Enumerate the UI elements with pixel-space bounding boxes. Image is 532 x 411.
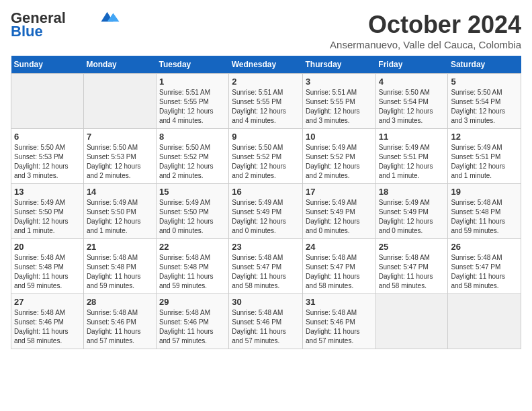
day-info: Sunrise: 5:48 AM Sunset: 5:47 PM Dayligh… [232, 253, 300, 291]
logo-blue: Blue [11, 24, 43, 39]
day-number: 23 [232, 242, 300, 252]
day-info: Sunrise: 5:49 AM Sunset: 5:50 PM Dayligh… [14, 198, 81, 236]
day-info: Sunrise: 5:51 AM Sunset: 5:55 PM Dayligh… [306, 88, 373, 126]
header-wednesday: Wednesday [229, 56, 303, 74]
calendar-cell: 6Sunrise: 5:50 AM Sunset: 5:53 PM Daylig… [11, 129, 84, 184]
calendar-cell: 29Sunrise: 5:48 AM Sunset: 5:46 PM Dayli… [156, 294, 228, 349]
calendar-cell: 22Sunrise: 5:48 AM Sunset: 5:48 PM Dayli… [156, 239, 228, 294]
day-info: Sunrise: 5:48 AM Sunset: 5:47 PM Dayligh… [379, 253, 445, 291]
week-row-4: 20Sunrise: 5:48 AM Sunset: 5:48 PM Dayli… [11, 239, 521, 294]
calendar-cell: 19Sunrise: 5:48 AM Sunset: 5:48 PM Dayli… [448, 184, 521, 239]
day-info: Sunrise: 5:49 AM Sunset: 5:49 PM Dayligh… [379, 198, 445, 236]
calendar-cell: 7Sunrise: 5:50 AM Sunset: 5:53 PM Daylig… [83, 129, 156, 184]
calendar-cell: 30Sunrise: 5:48 AM Sunset: 5:46 PM Dayli… [229, 294, 303, 349]
day-number: 31 [306, 297, 373, 307]
header-thursday: Thursday [303, 56, 376, 74]
calendar-cell: 5Sunrise: 5:50 AM Sunset: 5:54 PM Daylig… [448, 74, 521, 129]
day-number: 22 [159, 242, 226, 252]
day-number: 16 [232, 187, 300, 197]
week-row-5: 27Sunrise: 5:48 AM Sunset: 5:46 PM Dayli… [11, 294, 521, 349]
calendar-cell: 20Sunrise: 5:48 AM Sunset: 5:48 PM Dayli… [11, 239, 84, 294]
calendar-cell: 27Sunrise: 5:48 AM Sunset: 5:46 PM Dayli… [11, 294, 84, 349]
day-info: Sunrise: 5:51 AM Sunset: 5:55 PM Dayligh… [159, 88, 226, 126]
calendar-cell: 2Sunrise: 5:51 AM Sunset: 5:55 PM Daylig… [229, 74, 303, 129]
day-number: 25 [379, 242, 445, 252]
day-info: Sunrise: 5:49 AM Sunset: 5:50 PM Dayligh… [159, 198, 226, 236]
calendar-table: SundayMondayTuesdayWednesdayThursdayFrid… [11, 56, 521, 349]
day-info: Sunrise: 5:50 AM Sunset: 5:52 PM Dayligh… [232, 143, 300, 181]
calendar-cell: 17Sunrise: 5:49 AM Sunset: 5:49 PM Dayli… [303, 184, 376, 239]
day-number: 27 [14, 297, 81, 307]
header-friday: Friday [375, 56, 448, 74]
day-number: 2 [232, 77, 300, 87]
day-info: Sunrise: 5:51 AM Sunset: 5:55 PM Dayligh… [232, 88, 300, 126]
day-info: Sunrise: 5:48 AM Sunset: 5:48 PM Dayligh… [87, 253, 153, 291]
day-number: 15 [159, 187, 226, 197]
day-number: 3 [306, 77, 373, 87]
day-number: 8 [159, 132, 226, 142]
day-info: Sunrise: 5:48 AM Sunset: 5:46 PM Dayligh… [159, 308, 226, 346]
day-info: Sunrise: 5:48 AM Sunset: 5:48 PM Dayligh… [14, 253, 81, 291]
day-number: 9 [232, 132, 300, 142]
calendar-cell: 15Sunrise: 5:49 AM Sunset: 5:50 PM Dayli… [156, 184, 228, 239]
calendar-cell: 3Sunrise: 5:51 AM Sunset: 5:55 PM Daylig… [303, 74, 376, 129]
calendar-cell: 11Sunrise: 5:49 AM Sunset: 5:51 PM Dayli… [375, 129, 448, 184]
day-number: 26 [451, 242, 518, 252]
day-number: 30 [232, 297, 300, 307]
calendar-cell: 10Sunrise: 5:49 AM Sunset: 5:52 PM Dayli… [303, 129, 376, 184]
day-info: Sunrise: 5:50 AM Sunset: 5:52 PM Dayligh… [159, 143, 226, 181]
day-info: Sunrise: 5:49 AM Sunset: 5:52 PM Dayligh… [306, 143, 373, 181]
week-row-3: 13Sunrise: 5:49 AM Sunset: 5:50 PM Dayli… [11, 184, 521, 239]
calendar-cell: 14Sunrise: 5:49 AM Sunset: 5:50 PM Dayli… [83, 184, 156, 239]
day-info: Sunrise: 5:48 AM Sunset: 5:47 PM Dayligh… [451, 253, 518, 291]
logo-icon [101, 11, 120, 23]
calendar-cell [375, 294, 448, 349]
header-monday: Monday [83, 56, 156, 74]
calendar-cell: 25Sunrise: 5:48 AM Sunset: 5:47 PM Dayli… [375, 239, 448, 294]
calendar-cell: 13Sunrise: 5:49 AM Sunset: 5:50 PM Dayli… [11, 184, 84, 239]
calendar-cell: 23Sunrise: 5:48 AM Sunset: 5:47 PM Dayli… [229, 239, 303, 294]
calendar-cell: 18Sunrise: 5:49 AM Sunset: 5:49 PM Dayli… [375, 184, 448, 239]
month-title: October 2024 [330, 11, 521, 39]
calendar-cell: 28Sunrise: 5:48 AM Sunset: 5:46 PM Dayli… [83, 294, 156, 349]
day-info: Sunrise: 5:49 AM Sunset: 5:51 PM Dayligh… [451, 143, 518, 181]
day-number: 13 [14, 187, 81, 197]
day-number: 18 [379, 187, 445, 197]
calendar-cell [448, 294, 521, 349]
calendar-cell: 4Sunrise: 5:50 AM Sunset: 5:54 PM Daylig… [375, 74, 448, 129]
day-number: 29 [159, 297, 226, 307]
day-number: 17 [306, 187, 373, 197]
page-header: General Blue October 2024 Ansermanuevo, … [11, 11, 521, 50]
calendar-cell: 24Sunrise: 5:48 AM Sunset: 5:47 PM Dayli… [303, 239, 376, 294]
calendar-cell: 21Sunrise: 5:48 AM Sunset: 5:48 PM Dayli… [83, 239, 156, 294]
header-sunday: Sunday [11, 56, 84, 74]
day-number: 20 [14, 242, 81, 252]
day-number: 11 [379, 132, 445, 142]
day-number: 19 [451, 187, 518, 197]
calendar-header-row: SundayMondayTuesdayWednesdayThursdayFrid… [11, 56, 521, 74]
title-area: October 2024 Ansermanuevo, Valle del Cau… [330, 11, 521, 50]
location-title: Ansermanuevo, Valle del Cauca, Colombia [330, 39, 521, 50]
day-info: Sunrise: 5:48 AM Sunset: 5:47 PM Dayligh… [306, 253, 373, 291]
day-info: Sunrise: 5:49 AM Sunset: 5:49 PM Dayligh… [232, 198, 300, 236]
day-info: Sunrise: 5:48 AM Sunset: 5:46 PM Dayligh… [232, 308, 300, 346]
day-info: Sunrise: 5:48 AM Sunset: 5:46 PM Dayligh… [306, 308, 373, 346]
day-number: 1 [159, 77, 226, 87]
day-info: Sunrise: 5:50 AM Sunset: 5:54 PM Dayligh… [451, 88, 518, 126]
day-info: Sunrise: 5:50 AM Sunset: 5:53 PM Dayligh… [14, 143, 81, 181]
calendar-cell: 9Sunrise: 5:50 AM Sunset: 5:52 PM Daylig… [229, 129, 303, 184]
day-number: 28 [87, 297, 153, 307]
calendar-cell: 31Sunrise: 5:48 AM Sunset: 5:46 PM Dayli… [303, 294, 376, 349]
day-info: Sunrise: 5:48 AM Sunset: 5:46 PM Dayligh… [14, 308, 81, 346]
week-row-1: 1Sunrise: 5:51 AM Sunset: 5:55 PM Daylig… [11, 74, 521, 129]
day-number: 24 [306, 242, 373, 252]
day-number: 12 [451, 132, 518, 142]
day-number: 21 [87, 242, 153, 252]
calendar-cell: 1Sunrise: 5:51 AM Sunset: 5:55 PM Daylig… [156, 74, 228, 129]
logo: General Blue [11, 11, 120, 39]
calendar-cell [11, 74, 84, 129]
week-row-2: 6Sunrise: 5:50 AM Sunset: 5:53 PM Daylig… [11, 129, 521, 184]
day-number: 14 [87, 187, 153, 197]
calendar-cell: 8Sunrise: 5:50 AM Sunset: 5:52 PM Daylig… [156, 129, 228, 184]
day-info: Sunrise: 5:48 AM Sunset: 5:46 PM Dayligh… [87, 308, 153, 346]
